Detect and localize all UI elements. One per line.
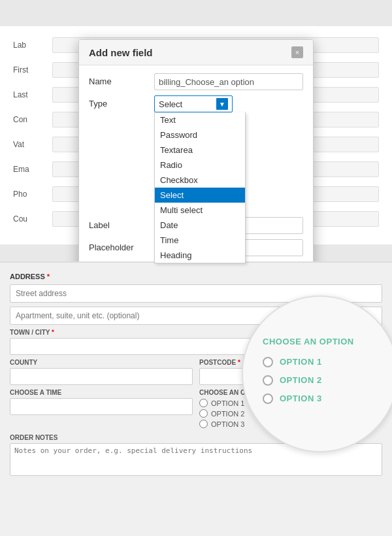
radio-label-1: OPTION 1: [211, 399, 244, 407]
type-select[interactable]: Select ▼: [154, 95, 233, 112]
radio-option-1[interactable]: [199, 399, 208, 407]
label-label: Label: [89, 217, 154, 230]
name-input[interactable]: [154, 73, 303, 90]
radio-option-2[interactable]: [199, 409, 208, 418]
time-input[interactable]: [10, 398, 193, 415]
name-label: Name: [89, 73, 154, 86]
dropdown-item-password[interactable]: Password: [155, 127, 245, 142]
county-col: COUNTY: [10, 359, 193, 385]
type-control: Select ▼ Text Password Textarea Radio Ch…: [154, 95, 303, 112]
type-label: Type: [89, 95, 154, 109]
time-col: CHOOSE A TIME: [10, 389, 193, 430]
county-input[interactable]: [10, 368, 193, 385]
dropdown-item-time[interactable]: Time: [155, 233, 245, 248]
name-control: [154, 73, 303, 90]
circle-option-label-1: OPTION 1: [280, 357, 322, 367]
radio-option-3[interactable]: [199, 420, 208, 428]
modal-overlay: Add new field × Name Type Select ▼: [0, 0, 392, 261]
dropdown-item-multiselect[interactable]: Multi select: [155, 203, 245, 218]
bottom-section: ADDRESS * TOWN / CITY * COUNTY POSTCODE: [0, 261, 392, 536]
circle-option-2: OPTION 2: [263, 375, 322, 386]
type-field-row: Type Select ▼ Text Password Textarea Rad…: [89, 95, 303, 112]
placeholder-label: Placeholder: [89, 239, 154, 252]
county-label: COUNTY: [10, 359, 193, 366]
address-label: ADDRESS *: [10, 273, 382, 280]
circle-overlay: CHOOSE AN OPTION OPTION 1 OPTION 2 OPTIO…: [242, 295, 392, 452]
modal-title: Add new field: [89, 47, 153, 58]
name-field-row: Name: [89, 73, 303, 90]
dropdown-arrow-icon: ▼: [216, 98, 228, 110]
dropdown-item-text[interactable]: Text: [155, 112, 245, 127]
choose-time-label: CHOOSE A TIME: [10, 389, 193, 396]
circle-option-3: OPTION 3: [263, 394, 322, 404]
circle-radio-2[interactable]: [263, 375, 273, 386]
type-dropdown-list: Text Password Textarea Radio Checkbox Se…: [154, 112, 246, 263]
circle-radio-3[interactable]: [263, 394, 273, 404]
dropdown-item-radio[interactable]: Radio: [155, 158, 245, 173]
dropdown-item-textarea[interactable]: Textarea: [155, 142, 245, 158]
circle-title: CHOOSE AN OPTION: [263, 337, 354, 346]
radio-label-2: OPTION 2: [211, 410, 244, 418]
modal-header: Add new field ×: [79, 40, 313, 65]
modal-close-button[interactable]: ×: [291, 46, 303, 58]
circle-option-label-2: OPTION 2: [280, 375, 322, 385]
circle-radio-1[interactable]: [263, 357, 273, 367]
dropdown-item-checkbox[interactable]: Checkbox: [155, 173, 245, 188]
dropdown-item-date[interactable]: Date: [155, 218, 245, 233]
type-select-value: Select: [159, 99, 182, 109]
circle-option-label-3: OPTION 3: [280, 394, 322, 403]
dropdown-item-heading[interactable]: Heading: [155, 248, 245, 263]
dropdown-item-select[interactable]: Select: [155, 188, 245, 203]
circle-option-1: OPTION 1: [263, 357, 322, 367]
radio-label-3: OPTION 3: [211, 420, 244, 428]
